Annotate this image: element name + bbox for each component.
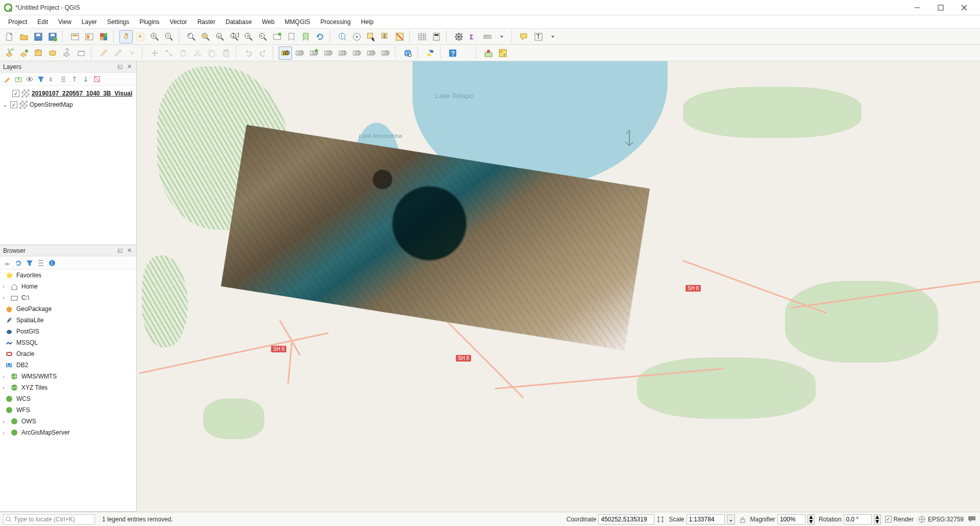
toolbox-button[interactable] (452, 30, 465, 43)
browser-wfs[interactable]: WFS (0, 404, 136, 416)
coordinate-input[interactable] (598, 514, 654, 524)
add-feature-button[interactable] (126, 46, 139, 60)
browser-xyz[interactable]: ›XYZ Tiles (0, 382, 136, 393)
save-as-button[interactable] (46, 30, 59, 43)
collapse-browser-icon[interactable] (36, 258, 46, 268)
zoom-selection-button[interactable] (199, 30, 212, 43)
open-project-button[interactable] (17, 30, 31, 43)
expand-icon[interactable]: › (0, 284, 7, 290)
browser-arcgis[interactable]: ›ArcGisMapServer (0, 427, 136, 438)
filter-legend-icon[interactable] (36, 74, 46, 84)
identify-button[interactable]: i (336, 30, 349, 43)
scale-input[interactable] (687, 514, 725, 524)
browser-wms[interactable]: ›WMS/WMTS (0, 371, 136, 382)
menu-edit[interactable]: Edit (32, 16, 53, 28)
browser-mssql[interactable]: MSSQL (0, 337, 136, 348)
locator-input[interactable]: Type to locate (Ctrl+K) (3, 514, 95, 524)
zoom-in-button[interactable] (148, 30, 161, 43)
layers-tree[interactable]: ✓ 20190107_220557_1040_3B_Visual ⌄ ✓ Ope… (0, 86, 136, 245)
label-layer-button[interactable]: abc (279, 46, 292, 60)
expand-icon[interactable]: › (0, 430, 7, 436)
browser-ows[interactable]: ›OWS (0, 416, 136, 427)
change-label-button[interactable]: abc (379, 46, 392, 60)
expand-icon[interactable]: › (0, 374, 7, 379)
new-bookmark-button[interactable] (285, 30, 298, 43)
lock-scale-icon[interactable] (739, 516, 746, 523)
close-button[interactable] (952, 0, 976, 15)
add-group-icon[interactable]: + (13, 74, 23, 84)
undock-icon[interactable]: ◱ (116, 63, 124, 71)
rotate-label-button[interactable]: abc (364, 46, 378, 60)
select-features-button[interactable] (364, 30, 378, 43)
undo-button[interactable] (242, 46, 255, 60)
zoom-native-button[interactable]: 1:1 (228, 30, 241, 43)
zoom-layer-button[interactable] (213, 30, 227, 43)
text-annotation-button[interactable]: T (532, 30, 545, 43)
diagram-button[interactable]: abc (307, 46, 321, 60)
minimize-button[interactable] (905, 0, 929, 15)
browser-favorites[interactable]: ⭐Favorites (0, 270, 136, 281)
browser-tree[interactable]: ⭐Favorites ›Home ›C:\ GeoPackage SpatiaL… (0, 270, 136, 511)
measure-dropdown[interactable] (495, 30, 508, 43)
menu-web[interactable]: Web (257, 16, 279, 28)
menu-raster[interactable]: Raster (192, 16, 220, 28)
vector-layer-button[interactable]: V° (3, 46, 16, 60)
new-layout-button[interactable] (68, 30, 82, 43)
rotation-spinner[interactable]: ▲▼ (874, 514, 881, 524)
style-manager-button[interactable] (97, 30, 110, 43)
browser-postgis[interactable]: PostGIS (0, 326, 136, 337)
select-by-value-button[interactable]: ε (379, 30, 392, 43)
python-console-button[interactable] (424, 46, 437, 60)
label-rule-button[interactable]: abc (293, 46, 306, 60)
move-label-button[interactable]: abc (350, 46, 363, 60)
pan-to-selection-button[interactable] (134, 30, 147, 43)
remove-layer-icon[interactable] (81, 74, 91, 84)
map-tips-button[interactable] (518, 30, 531, 43)
map-canvas[interactable]: Lake Tekapo Lake Alexandrina SH 8 SH 8 S… (137, 61, 980, 512)
new-virtual-button[interactable]: ? (60, 46, 74, 60)
collapse-all-icon[interactable] (69, 74, 80, 84)
layer-checkbox[interactable]: ✓ (10, 101, 17, 108)
browser-home[interactable]: ›Home (0, 281, 136, 292)
toggle-editing-button[interactable] (97, 46, 110, 60)
render-checkbox[interactable]: ✓ (885, 516, 892, 522)
messages-icon[interactable] (968, 516, 977, 523)
menu-database[interactable]: Database (220, 16, 257, 28)
refresh-button[interactable] (313, 30, 327, 43)
scale-dropdown-icon[interactable]: ⌄ (727, 514, 735, 524)
filter-browser-icon[interactable] (24, 258, 35, 268)
metasearch-button[interactable] (401, 46, 414, 60)
browser-oracle[interactable]: Oracle (0, 348, 136, 360)
redo-button[interactable] (256, 46, 270, 60)
close-panel-icon[interactable]: ✕ (125, 247, 133, 255)
new-memory-button[interactable] (75, 46, 88, 60)
pin-labels-button[interactable]: abc (322, 46, 335, 60)
action-button[interactable] (350, 30, 363, 43)
new-shapefile-button[interactable] (17, 46, 31, 60)
add-layer-icon[interactable] (2, 258, 12, 268)
crs-field[interactable]: EPSG:32759 (918, 515, 964, 523)
expand-icon[interactable]: › (0, 419, 7, 424)
field-calculator-button[interactable] (430, 30, 443, 43)
menu-help[interactable]: Help (356, 16, 379, 28)
zoom-out-button[interactable] (162, 30, 176, 43)
remove-layer-2-icon[interactable] (92, 74, 102, 84)
save-project-button[interactable] (32, 30, 45, 43)
browser-db2[interactable]: DB2DB2 (0, 360, 136, 371)
new-spatialite-button[interactable] (46, 46, 59, 60)
zoom-full-button[interactable] (185, 30, 198, 43)
menu-project[interactable]: Project (3, 16, 32, 28)
browser-drive-c[interactable]: ›C:\ (0, 292, 136, 303)
new-geopackage-button[interactable] (32, 46, 45, 60)
node-tool-button[interactable] (162, 46, 176, 60)
measure-button[interactable] (481, 30, 494, 43)
statistics-button[interactable]: Σ (467, 30, 480, 43)
expand-all-icon[interactable] (58, 74, 68, 84)
show-bookmarks-button[interactable] (299, 30, 312, 43)
menu-view[interactable]: View (53, 16, 77, 28)
menu-mmqgis[interactable]: MMQGIS (280, 16, 315, 28)
layer-checkbox[interactable]: ✓ (12, 90, 19, 97)
expand-icon[interactable]: › (0, 385, 7, 391)
deselect-button[interactable] (393, 30, 406, 43)
attribute-table-button[interactable] (415, 30, 429, 43)
